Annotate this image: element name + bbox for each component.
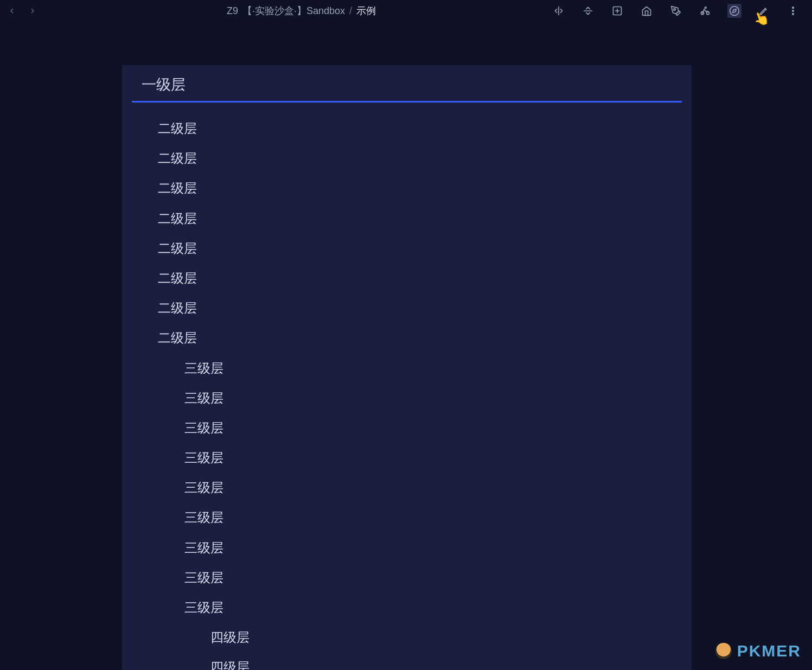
svg-point-13 <box>792 14 794 15</box>
level2-item[interactable]: 二级层 <box>122 203 692 233</box>
level2-item[interactable]: 二级层 <box>122 113 692 143</box>
svg-marker-10 <box>733 9 737 13</box>
level3-item[interactable]: 三级层 <box>122 413 692 443</box>
bike-icon <box>700 5 711 16</box>
more-icon <box>788 5 798 16</box>
level1-heading[interactable]: 一级层 <box>132 75 682 103</box>
edit-icon <box>758 5 769 16</box>
level4-item[interactable]: 四级层 <box>122 652 692 670</box>
back-button[interactable] <box>7 5 17 16</box>
breadcrumb-prefix: Z9 <box>227 5 238 17</box>
watermark-logo-icon <box>715 643 732 659</box>
level3-item[interactable]: 三级层 <box>122 563 692 592</box>
breadcrumb-sep: / <box>349 5 352 17</box>
home-button[interactable] <box>640 4 654 18</box>
level2-item[interactable]: 二级层 <box>122 263 692 293</box>
forward-arrow-icon <box>28 7 37 15</box>
add-button[interactable] <box>610 4 624 18</box>
outline-body: 二级层二级层二级层二级层二级层二级层二级层二级层三级层三级层三级层三级层三级层三… <box>122 113 692 670</box>
level2-item[interactable]: 二级层 <box>122 293 692 323</box>
split-vertical-button[interactable] <box>581 4 595 18</box>
level4-item[interactable]: 四级层 <box>122 622 692 652</box>
split-horizontal-icon <box>553 5 564 16</box>
svg-point-5 <box>674 9 675 10</box>
svg-point-9 <box>730 7 739 16</box>
back-arrow-icon <box>8 7 16 15</box>
svg-point-12 <box>792 10 794 12</box>
level3-item[interactable]: 三级层 <box>122 592 692 622</box>
level2-item[interactable]: 二级层 <box>122 143 692 173</box>
level2-item[interactable]: 二级层 <box>122 173 692 203</box>
forward-button[interactable] <box>27 5 38 16</box>
watermark-text: PKMER <box>737 642 801 660</box>
breadcrumb[interactable]: Z9 【·实验沙盒·】Sandbox / 示例 <box>227 4 376 17</box>
svg-point-8 <box>705 7 707 8</box>
level3-item[interactable]: 三级层 <box>122 473 692 502</box>
breadcrumb-current: 示例 <box>356 4 376 17</box>
compass-button[interactable] <box>727 4 741 18</box>
edit-button[interactable] <box>757 4 771 18</box>
level3-item[interactable]: 三级层 <box>122 502 692 532</box>
svg-point-7 <box>707 12 709 15</box>
split-horizontal-button[interactable] <box>552 4 566 18</box>
level2-item[interactable]: 二级层 <box>122 233 692 263</box>
topbar: Z9 【·实验沙盒·】Sandbox / 示例 <box>0 0 812 22</box>
level3-item[interactable]: 三级层 <box>122 353 692 383</box>
watermark: PKMER <box>715 642 801 660</box>
level3-item[interactable]: 三级层 <box>122 383 692 413</box>
content-area: 一级层 二级层二级层二级层二级层二级层二级层二级层二级层三级层三级层三级层三级层… <box>0 22 812 670</box>
add-square-icon <box>612 5 623 16</box>
compass-icon <box>729 5 740 16</box>
svg-point-11 <box>792 7 794 8</box>
outline-card: 一级层 二级层二级层二级层二级层二级层二级层二级层二级层三级层三级层三级层三级层… <box>122 65 692 670</box>
home-icon <box>641 5 652 16</box>
bike-button[interactable] <box>698 4 712 18</box>
pen-icon <box>670 5 681 16</box>
nav-arrows <box>7 5 38 16</box>
level3-item[interactable]: 三级层 <box>122 533 692 563</box>
level3-item[interactable]: 三级层 <box>122 443 692 473</box>
breadcrumb-folder: 【·实验沙盒·】Sandbox <box>242 4 345 17</box>
split-vertical-icon <box>583 5 593 16</box>
more-button[interactable] <box>786 4 800 18</box>
pen-tool-button[interactable] <box>669 4 683 18</box>
toolbar <box>552 4 805 18</box>
level2-item[interactable]: 二级层 <box>122 323 692 353</box>
